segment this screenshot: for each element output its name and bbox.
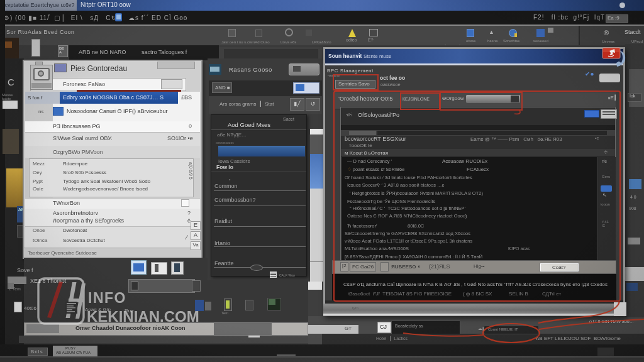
svg-text:INFO: INFO xyxy=(88,290,126,306)
svg-text:KEKINIAN.COM: KEKINIAN.COM xyxy=(87,308,199,325)
